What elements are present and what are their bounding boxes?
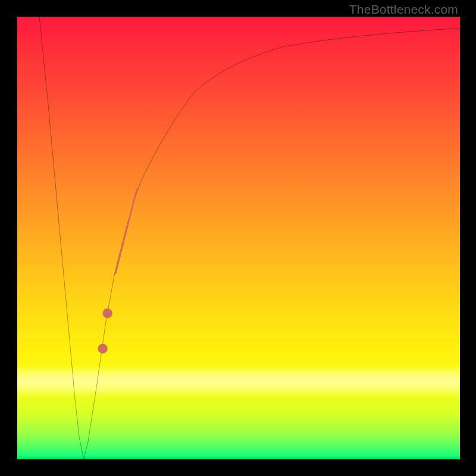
watermark-text: TheBottleneck.com [349, 2, 458, 17]
bottleneck-curve [39, 17, 460, 459]
chart-frame: TheBottleneck.com [0, 0, 476, 476]
highlight-dot-lower [98, 344, 107, 353]
curve-layer [17, 17, 460, 459]
plot-area [17, 17, 460, 459]
highlight-dot-upper [103, 308, 112, 318]
highlight-segment [115, 189, 137, 273]
